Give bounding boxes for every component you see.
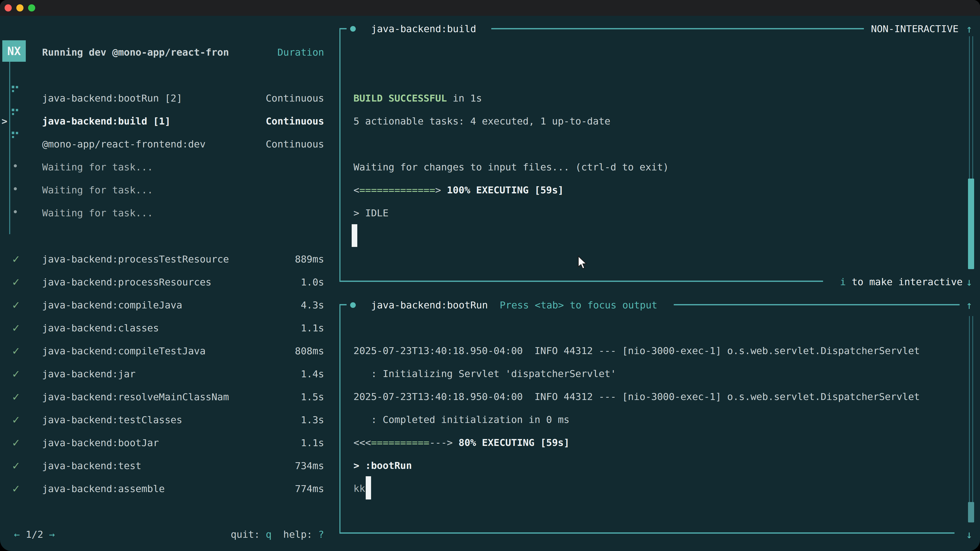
gradle-progress-bar: < ============= > 100% EXECUTING [59s] (353, 179, 564, 202)
panel-border (339, 532, 955, 534)
terminal-cursor (366, 476, 371, 499)
task-name: java-backend:compileTestJava (42, 345, 206, 357)
pending-dot-icon (14, 164, 17, 167)
task-name: java-backend:bootRun [2] (42, 93, 182, 104)
task-name: @mono-app/react-frontend:dev (42, 138, 206, 150)
quit-key: q (266, 529, 272, 540)
task-duration: 734ms (295, 460, 324, 472)
scrollbar-track[interactable] (969, 36, 973, 179)
task-duration: 4.3s (301, 300, 324, 311)
waiting-label: Waiting for task... (42, 184, 153, 196)
progress-open-bracket: <<< (353, 437, 371, 448)
task-duration: 774ms (295, 483, 324, 494)
panel-border (339, 304, 340, 533)
check-icon: ✓ (12, 460, 21, 472)
task-name: java-backend:jar (42, 368, 135, 380)
page-indicator (20, 529, 26, 540)
task-name: java-backend:resolveMainClassNam (42, 391, 229, 403)
progress-remaining: --- (429, 437, 447, 448)
completed-task-row[interactable]: ✓ java-backend:test 734ms (0, 454, 339, 477)
progress-fill: ========== (371, 437, 430, 448)
task-list-sidebar: NX Running dev @mono-app/react-fron Dura… (0, 0, 339, 551)
task-row-frontend-dev[interactable]: @mono-app/react-frontend:dev Continuous (0, 133, 339, 156)
check-icon: ✓ (12, 253, 21, 265)
running-dot-icon (350, 26, 356, 32)
make-interactive-hint: i to make interactive (840, 270, 963, 293)
pending-dot-icon (14, 187, 17, 190)
task-name: java-backend:build [1] (42, 116, 170, 127)
completed-task-row[interactable]: ✓ java-backend:processResources 1.0s (0, 271, 339, 294)
log-line: : Completed initialization in 0 ms (353, 408, 570, 431)
terminal-cursor (352, 224, 357, 247)
completed-task-row[interactable]: ✓ java-backend:testClasses 1.3s (0, 408, 339, 431)
check-icon: ✓ (12, 483, 21, 495)
completed-task-row[interactable]: ✓ java-backend:compileTestJava 808ms (0, 340, 339, 362)
log-line: 2025-07-23T13:40:18.950-04:00 INFO 44312… (353, 385, 920, 408)
progress-fill: ============= (360, 184, 435, 196)
idle-status-line: > IDLE (353, 202, 388, 224)
task-status: Continuous (266, 93, 324, 104)
task-name: java-backend:test (42, 460, 142, 472)
waiting-task-row: Waiting for task... (0, 156, 339, 179)
completed-task-row[interactable]: ✓ java-backend:resolveMainClassNam 1.5s (0, 386, 339, 408)
spinner-icon (12, 86, 22, 97)
task-name: java-backend:processResources (42, 276, 211, 288)
task-name: java-backend:processTestResource (42, 254, 229, 265)
task-duration: 1.1s (301, 437, 324, 448)
task-duration: 808ms (295, 345, 324, 357)
panel-border (674, 304, 959, 305)
scroll-down-arrow-icon[interactable]: ↓ (966, 523, 972, 546)
panel-border (339, 281, 823, 282)
waiting-for-changes-line: Waiting for changes to input files... (c… (353, 156, 669, 179)
progress-label: 80% EXECUTING [59s] (453, 437, 570, 448)
check-icon: ✓ (12, 322, 21, 334)
log-line: 2025-07-23T13:40:18.950-04:00 INFO 44312… (353, 339, 920, 362)
scrollbar-thumb[interactable] (968, 179, 974, 269)
waiting-label: Waiting for task... (42, 207, 153, 219)
help-key: ? (318, 529, 324, 540)
completed-task-row[interactable]: ✓ java-backend:compileJava 4.3s (0, 294, 339, 317)
task-duration: 1.0s (301, 276, 324, 288)
waiting-task-row: Waiting for task... (0, 179, 339, 202)
panel-border (339, 28, 340, 282)
task-status: Continuous (266, 116, 324, 127)
panel-title: java-backend:bootRun (371, 294, 488, 317)
task-duration: 1.5s (301, 391, 324, 403)
build-result-line: BUILD SUCCESSFUL in 1s (353, 87, 482, 110)
scroll-down-arrow-icon[interactable]: ↓ (966, 270, 972, 293)
page-indicator-gap (43, 529, 49, 540)
panel-border (339, 28, 347, 29)
pagination: ← 1/2 → (14, 523, 55, 546)
typed-input-text[interactable]: kk (353, 477, 365, 500)
check-icon: ✓ (12, 368, 21, 380)
panel-title: java-backend:build (371, 17, 476, 40)
task-row-bootrun[interactable]: java-backend:bootRun [2] Continuous (0, 87, 339, 110)
next-page-arrow-icon[interactable]: → (49, 529, 55, 540)
task-row-build-selected[interactable]: java-backend:build [1] Continuous (0, 110, 339, 133)
panel-border (491, 28, 864, 29)
scroll-up-arrow-icon[interactable]: ↑ (966, 294, 972, 317)
progress-close-bracket: > (435, 184, 441, 196)
check-icon: ✓ (12, 345, 21, 357)
tasks-summary-line: 5 actionable tasks: 4 executed, 1 up-to-… (353, 110, 611, 133)
waiting-task-row: Waiting for task... (0, 202, 339, 224)
gradle-progress-bar: <<< ========== --- > 80% EXECUTING [59s] (353, 431, 570, 454)
scrollbar-thumb[interactable] (968, 502, 974, 522)
spinner-icon (12, 132, 22, 143)
keyboard-shortcuts-hint: quit: q help: ? (231, 523, 324, 546)
task-name: java-backend:assemble (42, 483, 165, 494)
scrollbar-track[interactable] (969, 316, 973, 502)
completed-task-row[interactable]: ✓ java-backend:assemble 774ms (0, 477, 339, 500)
completed-task-row[interactable]: ✓ java-backend:processTestResource 889ms (0, 248, 339, 271)
task-name: java-backend:classes (42, 322, 159, 333)
task-duration: 889ms (295, 254, 324, 265)
progress-label: 100% EXECUTING [59s] (441, 184, 563, 196)
completed-task-row[interactable]: ✓ java-backend:classes 1.1s (0, 317, 339, 340)
task-duration: 1.4s (301, 368, 324, 380)
completed-task-row[interactable]: ✓ java-backend:jar 1.4s (0, 362, 339, 386)
interactive-key: i (840, 276, 846, 287)
task-name: java-backend:compileJava (42, 300, 182, 311)
completed-task-row[interactable]: ✓ java-backend:bootJar 1.1s (0, 431, 339, 454)
build-time-text: in 1s (447, 93, 482, 104)
prev-page-arrow-icon[interactable]: ← (14, 529, 20, 540)
